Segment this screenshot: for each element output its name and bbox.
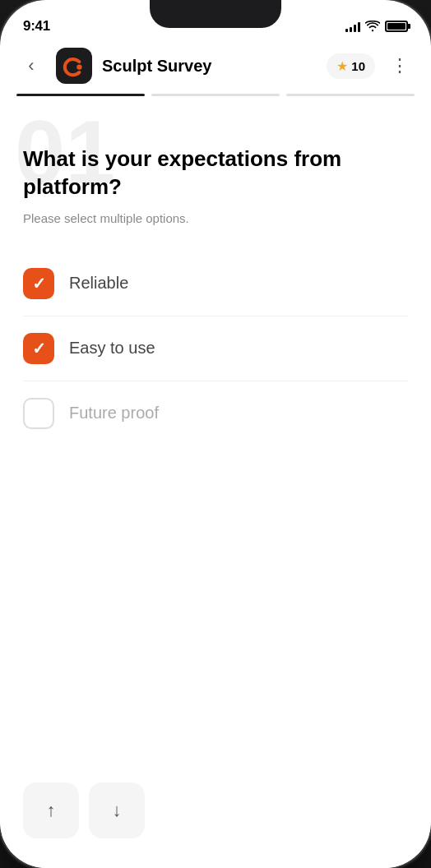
progress-segment-1 <box>16 94 145 96</box>
app-title: Sculpt Survey <box>102 57 317 76</box>
phone-notch <box>150 0 281 28</box>
option-reliable-label: Reliable <box>69 274 128 293</box>
phone-frame: 9:41 <box>0 0 431 868</box>
option-reliable[interactable]: ✓ Reliable <box>23 252 408 316</box>
question-title: What is your expectations from platform? <box>23 145 408 201</box>
phone-screen: 9:41 <box>0 0 431 868</box>
app-header: ‹ Sculpt Survey ★ 10 ⋮ <box>0 41 431 90</box>
down-arrow-icon: ↓ <box>113 800 122 821</box>
checkmark-icon-2: ✓ <box>32 339 46 358</box>
battery-icon <box>385 21 408 32</box>
options-list: ✓ Reliable ✓ Easy to use Future proof <box>23 252 408 446</box>
checkbox-reliable: ✓ <box>23 268 54 299</box>
option-easy-to-use[interactable]: ✓ Easy to use <box>23 316 408 381</box>
signal-icon <box>345 21 360 32</box>
back-chevron-icon: ‹ <box>28 55 34 76</box>
rating-value: 10 <box>351 59 365 73</box>
progress-section <box>0 90 431 96</box>
status-time: 9:41 <box>23 18 50 35</box>
app-logo <box>56 48 92 84</box>
content-area: What is your expectations from platform?… <box>0 129 431 446</box>
svg-point-1 <box>76 64 81 69</box>
wifi-icon <box>365 21 380 32</box>
checkbox-easy-to-use: ✓ <box>23 333 54 364</box>
nav-down-button[interactable]: ↓ <box>89 783 145 838</box>
star-icon: ★ <box>336 58 348 74</box>
checkmark-icon: ✓ <box>32 274 46 293</box>
more-dots-icon: ⋮ <box>391 55 410 76</box>
bottom-nav: ↑ ↓ <box>0 766 431 868</box>
status-icons <box>345 21 408 32</box>
progress-segment-2 <box>151 94 280 96</box>
back-button[interactable]: ‹ <box>16 51 46 81</box>
more-button[interactable]: ⋮ <box>385 51 415 81</box>
option-easy-to-use-label: Easy to use <box>69 339 155 358</box>
app-logo-svg <box>61 53 87 79</box>
progress-segment-3 <box>286 94 415 96</box>
question-subtitle: Please select multiple options. <box>23 211 408 225</box>
up-arrow-icon: ↑ <box>47 800 56 821</box>
rating-badge[interactable]: ★ 10 <box>327 53 375 79</box>
option-future-proof-label: Future proof <box>69 404 159 422</box>
option-future-proof[interactable]: Future proof <box>23 381 408 446</box>
nav-up-button[interactable]: ↑ <box>23 783 79 838</box>
checkbox-future-proof <box>23 398 54 429</box>
